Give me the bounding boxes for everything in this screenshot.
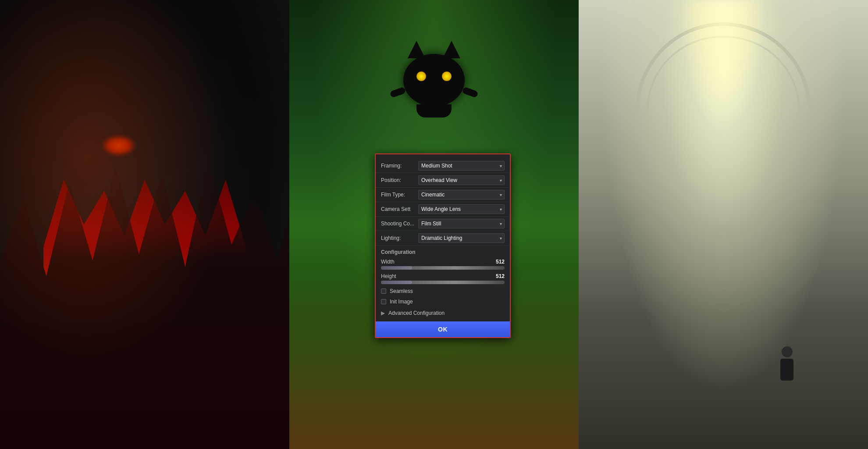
right-panel xyxy=(579,0,868,449)
lighting-row: Lighting: Dramatic Lighting Soft Lightin… xyxy=(376,231,510,246)
height-slider-fill xyxy=(381,281,412,284)
advanced-config-row[interactable]: ▶ Advanced Configuration xyxy=(376,307,510,319)
shooting-conditions-label: Shooting Co... xyxy=(381,221,418,227)
seamless-label: Seamless xyxy=(390,288,413,294)
camera-settings-select-wrapper[interactable]: Wide Angle Lens Telephoto Macro ▾ xyxy=(418,204,505,214)
framing-row: Framing: Medium Shot Close Up Wide Shot … xyxy=(376,159,510,173)
width-slider-fill xyxy=(381,266,412,270)
height-slider-track[interactable] xyxy=(381,281,505,284)
shooting-conditions-select[interactable]: Film Still Action Shot Long Exposure xyxy=(418,219,505,228)
lighting-select[interactable]: Dramatic Lighting Soft Lighting Natural … xyxy=(418,233,505,243)
cat-ear-left xyxy=(408,41,425,58)
init-image-row[interactable]: Init Image xyxy=(376,296,510,307)
width-label: Width xyxy=(381,259,496,265)
width-slider-row: Width 512 xyxy=(376,257,510,271)
camera-settings-label: Camera Sett xyxy=(381,206,418,212)
configuration-section-header: Configuration xyxy=(376,246,510,257)
cat-eye-left xyxy=(416,71,426,81)
seamless-checkbox[interactable] xyxy=(381,289,386,294)
film-type-select-wrapper[interactable]: Cinematic Documentary Animation ▾ xyxy=(418,190,505,200)
film-type-row: Film Type: Cinematic Documentary Animati… xyxy=(376,188,510,202)
advanced-chevron-icon: ▶ xyxy=(381,310,385,316)
dark-overlay xyxy=(0,0,289,449)
camera-settings-select[interactable]: Wide Angle Lens Telephoto Macro xyxy=(418,204,505,214)
figure-body xyxy=(780,359,793,381)
init-image-label: Init Image xyxy=(390,299,413,305)
position-select[interactable]: Overhead View Eye Level Low Angle xyxy=(418,175,505,185)
position-label: Position: xyxy=(381,177,418,183)
lighting-select-wrapper[interactable]: Dramatic Lighting Soft Lighting Natural … xyxy=(418,233,505,243)
film-type-select[interactable]: Cinematic Documentary Animation xyxy=(418,190,505,200)
cat-legs xyxy=(416,104,452,118)
height-value: 512 xyxy=(496,273,505,279)
cat-eye-right xyxy=(442,71,452,81)
framing-select-wrapper[interactable]: Medium Shot Close Up Wide Shot Full Shot… xyxy=(418,161,505,171)
framing-label: Framing: xyxy=(381,163,418,169)
config-dialog: Framing: Medium Shot Close Up Wide Shot … xyxy=(375,153,511,338)
position-row: Position: Overhead View Eye Level Low An… xyxy=(376,173,510,188)
scifi-figure xyxy=(778,346,796,381)
init-image-checkbox[interactable] xyxy=(381,299,386,304)
width-value: 512 xyxy=(496,259,505,265)
seamless-row[interactable]: Seamless xyxy=(376,286,510,296)
camera-settings-row: Camera Sett Wide Angle Lens Telephoto Ma… xyxy=(376,202,510,217)
height-slider-row: Height 512 xyxy=(376,271,510,286)
dialog-body: Framing: Medium Shot Close Up Wide Shot … xyxy=(376,154,510,337)
width-slider-track[interactable] xyxy=(381,266,505,270)
advanced-config-label: Advanced Configuration xyxy=(388,310,445,316)
cat-body xyxy=(403,54,465,107)
left-panel xyxy=(0,0,289,449)
cat-ear-right xyxy=(443,41,460,58)
lighting-label: Lighting: xyxy=(381,235,418,241)
framing-select[interactable]: Medium Shot Close Up Wide Shot Full Shot xyxy=(418,161,505,171)
figure-head xyxy=(782,346,793,357)
shooting-conditions-row: Shooting Co... Film Still Action Shot Lo… xyxy=(376,217,510,231)
height-label: Height xyxy=(381,273,496,279)
dome-glow xyxy=(679,0,767,132)
film-type-label: Film Type: xyxy=(381,192,418,198)
position-select-wrapper[interactable]: Overhead View Eye Level Low Angle ▾ xyxy=(418,175,505,185)
ok-button[interactable]: OK xyxy=(376,321,510,337)
shooting-conditions-select-wrapper[interactable]: Film Still Action Shot Long Exposure ▾ xyxy=(418,219,505,228)
